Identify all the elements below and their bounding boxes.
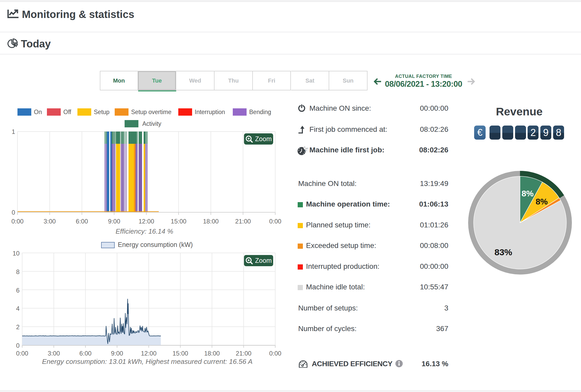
svg-text:12:00: 12:00 <box>141 350 156 357</box>
svg-text:15:00: 15:00 <box>173 350 188 357</box>
svg-text:0:00: 0:00 <box>269 350 282 357</box>
svg-text:3:00: 3:00 <box>48 350 60 357</box>
svg-text:8: 8 <box>16 268 20 275</box>
svg-text:0:00: 0:00 <box>269 218 282 225</box>
svg-text:0:00: 0:00 <box>16 350 28 357</box>
svg-text:z: z <box>307 147 308 150</box>
svg-text:83%: 83% <box>494 247 512 257</box>
svg-text:0: 0 <box>16 342 20 349</box>
svg-text:21:00: 21:00 <box>236 350 252 357</box>
svg-text:6: 6 <box>16 287 20 294</box>
svg-text:4: 4 <box>16 305 20 312</box>
svg-text:8%: 8% <box>522 189 534 198</box>
svg-text:1: 1 <box>12 128 15 135</box>
svg-text:8%: 8% <box>536 197 548 206</box>
svg-text:9:00: 9:00 <box>108 218 120 225</box>
svg-text:6:00: 6:00 <box>79 350 91 357</box>
svg-text:12:00: 12:00 <box>138 218 154 225</box>
svg-text:6:00: 6:00 <box>76 218 88 225</box>
svg-text:0:00: 0:00 <box>11 218 24 225</box>
svg-text:0: 0 <box>12 209 15 216</box>
svg-text:18:00: 18:00 <box>204 350 220 357</box>
svg-text:21:00: 21:00 <box>235 218 251 225</box>
svg-text:10: 10 <box>13 250 20 257</box>
svg-text:18:00: 18:00 <box>203 218 219 225</box>
svg-text:9:00: 9:00 <box>111 350 123 357</box>
svg-text:3:00: 3:00 <box>44 218 56 225</box>
svg-text:15:00: 15:00 <box>171 218 186 225</box>
svg-text:2: 2 <box>16 323 20 331</box>
